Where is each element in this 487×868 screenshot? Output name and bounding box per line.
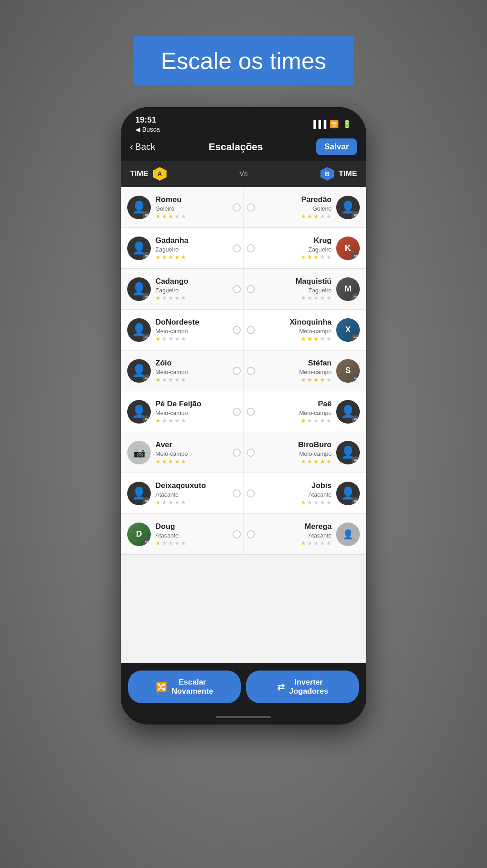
player-cell-right[interactable]: Krug Zagueiro ★★★★★ K ✏ bbox=[244, 228, 367, 268]
player-row: 👤 ✏ Cadango Zagueiro ★★★★★ Maquistiú Zag… bbox=[121, 269, 366, 310]
radio-left[interactable] bbox=[233, 530, 241, 538]
player-cell-left[interactable]: 👤 ✏ Deixaqeuxuto Atacante ★★★★★ bbox=[121, 473, 244, 513]
player-cell-left[interactable]: 👤 ✏ Romeu Goleiro ★★★★★ bbox=[121, 187, 244, 227]
player-cell-left[interactable]: 📷 Aver Meio-campo ★★★★★ bbox=[121, 432, 244, 473]
player-position-right: Zagueiro bbox=[308, 287, 332, 294]
radio-right[interactable] bbox=[247, 408, 255, 416]
player-avatar: X ✏ bbox=[336, 318, 360, 342]
player-stars-right: ★★★★★ bbox=[301, 458, 332, 465]
player-name-right: Krug bbox=[313, 236, 332, 245]
player-info-right: Stéfan Meio-campo ★★★★★ bbox=[299, 359, 332, 383]
player-row: 👤 ✏ Zóio Meio-campo ★★★★★ Stéfan Meio-ca… bbox=[121, 350, 366, 391]
star-empty: ★ bbox=[174, 499, 180, 506]
star-empty: ★ bbox=[326, 213, 332, 220]
star-filled: ★ bbox=[155, 254, 161, 261]
star-filled: ★ bbox=[307, 335, 313, 342]
status-right: ▐▐▐ 🛜 🔋 bbox=[311, 120, 352, 128]
star-empty: ★ bbox=[326, 376, 332, 383]
player-row: 👤 ✏ Pé De Feijão Meio-campo ★★★★★ Paê Me… bbox=[121, 391, 366, 432]
nav-bar: ‹ Back Escalações Salvar bbox=[121, 135, 366, 161]
radio-right[interactable] bbox=[247, 367, 255, 375]
star-empty: ★ bbox=[326, 295, 332, 301]
radio-right[interactable] bbox=[247, 530, 255, 538]
player-cell-right[interactable]: Paê Meio-campo ★★★★★ 👤 ✏ bbox=[244, 391, 367, 432]
player-stars-left: ★★★★★ bbox=[155, 499, 206, 506]
player-stars-right: ★★★★★ bbox=[301, 417, 332, 424]
edit-icon: ✏ bbox=[143, 375, 151, 383]
player-position-right: Zagueiro bbox=[308, 246, 332, 253]
star-empty: ★ bbox=[181, 213, 186, 220]
star-filled: ★ bbox=[301, 295, 306, 301]
star-filled: ★ bbox=[307, 213, 313, 220]
star-empty: ★ bbox=[181, 295, 186, 301]
player-info-right: Paê Meio-campo ★★★★★ bbox=[299, 399, 332, 424]
star-empty: ★ bbox=[326, 499, 332, 506]
back-chevron-icon: ‹ bbox=[130, 141, 133, 153]
player-position-left: Meio-campo bbox=[155, 369, 188, 375]
player-cell-left[interactable]: D ✏ Doug Atacante ★★★★★ bbox=[121, 514, 244, 554]
radio-right[interactable] bbox=[247, 244, 255, 252]
player-position-left: Meio-campo bbox=[155, 328, 199, 335]
save-button[interactable]: Salvar bbox=[316, 138, 357, 155]
radio-left[interactable] bbox=[233, 489, 241, 498]
star-filled: ★ bbox=[301, 499, 306, 506]
player-cell-left[interactable]: 👤 ✏ DoNordeste Meio-campo ★★★★★ bbox=[121, 310, 244, 350]
star-empty: ★ bbox=[168, 295, 174, 301]
player-name-right: BiroBuro bbox=[298, 440, 332, 449]
edit-icon: ✏ bbox=[352, 375, 360, 383]
radio-right[interactable] bbox=[247, 203, 255, 212]
edit-icon: ✏ bbox=[143, 538, 151, 546]
back-button[interactable]: ‹ Back bbox=[130, 141, 155, 153]
player-position-right: Meio-campo bbox=[299, 328, 332, 335]
radio-left[interactable] bbox=[233, 285, 241, 293]
radio-right[interactable] bbox=[247, 489, 255, 498]
radio-right[interactable] bbox=[247, 285, 255, 293]
star-filled: ★ bbox=[326, 458, 332, 465]
star-filled: ★ bbox=[168, 254, 174, 261]
player-cell-left[interactable]: 👤 ✏ Pé De Feijão Meio-campo ★★★★★ bbox=[121, 391, 244, 432]
radio-right[interactable] bbox=[247, 326, 255, 334]
edit-icon: ✏ bbox=[352, 456, 360, 464]
star-filled: ★ bbox=[181, 254, 186, 261]
swap-icon: ⇄ bbox=[277, 681, 285, 692]
radio-left[interactable] bbox=[233, 449, 241, 457]
player-name-left: Doug bbox=[155, 522, 186, 531]
radio-left[interactable] bbox=[233, 203, 241, 212]
player-cell-right[interactable]: Maquistiú Zagueiro ★★★★★ M ✏ bbox=[244, 269, 367, 309]
player-cell-right[interactable]: Xinoquinha Meio-campo ★★★★★ X ✏ bbox=[244, 310, 367, 350]
player-name-right: Maquistiú bbox=[296, 277, 332, 286]
star-empty: ★ bbox=[168, 417, 174, 424]
player-cell-left[interactable]: 👤 ✏ Zóio Meio-campo ★★★★★ bbox=[121, 350, 244, 391]
player-position-left: Atacante bbox=[155, 491, 206, 498]
radio-left[interactable] bbox=[233, 244, 241, 252]
player-position-right: Atacante bbox=[308, 491, 332, 498]
player-cell-left[interactable]: 👤 ✏ Cadango Zagueiro ★★★★★ bbox=[121, 269, 244, 309]
player-stars-left: ★★★★★ bbox=[155, 417, 201, 424]
player-cell-right[interactable]: Stéfan Meio-campo ★★★★★ S ✏ bbox=[244, 350, 367, 391]
radio-left[interactable] bbox=[233, 326, 241, 334]
radio-left[interactable] bbox=[233, 408, 241, 416]
player-avatar: 📷 bbox=[127, 441, 151, 464]
star-filled: ★ bbox=[301, 376, 306, 383]
page-wrapper: Escale os times 19:51 ◀ Busca ▐▐▐ 🛜 🔋 ‹ … bbox=[0, 0, 487, 868]
star-filled: ★ bbox=[313, 254, 319, 261]
player-cell-right[interactable]: Jobis Atacante ★★★★★ 👤 ✏ bbox=[244, 473, 367, 513]
star-filled: ★ bbox=[155, 376, 161, 383]
star-empty: ★ bbox=[313, 540, 319, 547]
star-empty: ★ bbox=[320, 417, 325, 424]
radio-right[interactable] bbox=[247, 449, 255, 457]
player-avatar: 👤 ✏ bbox=[127, 318, 151, 342]
player-cell-right[interactable]: Paredão Goleiro ★★★★★ 👤 ✏ bbox=[244, 187, 367, 227]
player-name-left: Gadanha bbox=[155, 236, 189, 245]
escalar-button[interactable]: 🔀 EscalarNovamente bbox=[128, 671, 241, 703]
inverter-button[interactable]: ⇄ InverterJogadores bbox=[246, 671, 359, 703]
player-cell-right[interactable]: Merega Atacante ★★★★★ 👤 bbox=[244, 514, 367, 554]
star-filled: ★ bbox=[313, 335, 319, 342]
signal-icon: ▐▐▐ bbox=[311, 120, 326, 128]
player-cell-left[interactable]: 👤 ✏ Gadanha Zagueiro ★★★★★ bbox=[121, 228, 244, 268]
player-cell-right[interactable]: BiroBuro Meio-campo ★★★★★ 👤 ✏ bbox=[244, 432, 367, 473]
star-empty: ★ bbox=[168, 376, 174, 383]
player-position-left: Goleiro bbox=[155, 205, 186, 212]
star-filled: ★ bbox=[155, 213, 161, 220]
radio-left[interactable] bbox=[233, 367, 241, 375]
